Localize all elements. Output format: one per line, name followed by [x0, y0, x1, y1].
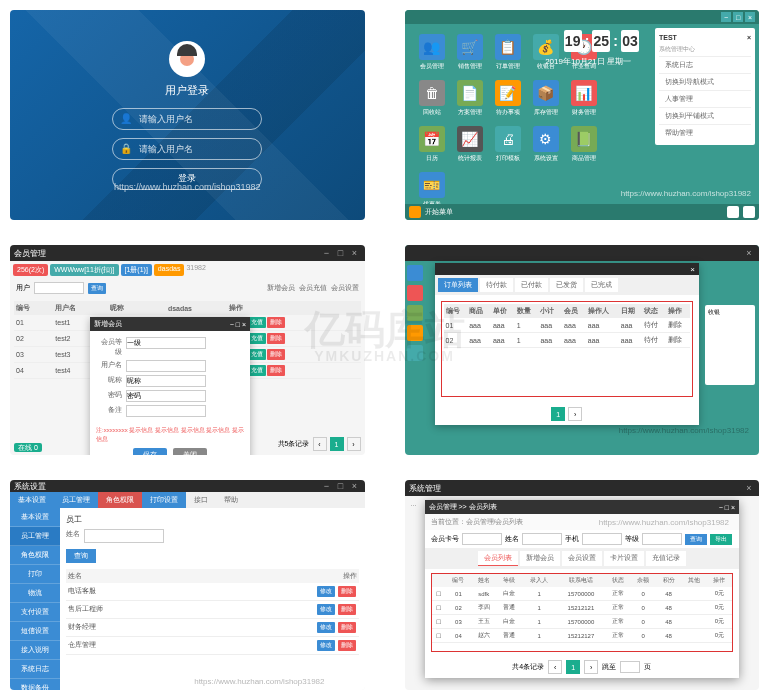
op-button[interactable]: 充值 — [248, 333, 266, 344]
sidebar-item[interactable]: 支付设置 — [10, 603, 60, 622]
maximize-icon[interactable]: □ — [335, 247, 347, 259]
tab[interactable]: 会员列表 — [478, 551, 518, 566]
desktop-tile[interactable]: 📝待办事项 — [493, 80, 523, 120]
name-input[interactable] — [84, 529, 164, 543]
login-button[interactable]: 登录 — [112, 168, 262, 190]
op-button[interactable]: 删除 — [267, 317, 285, 328]
op-button[interactable]: 删除 — [267, 365, 285, 376]
sidebar-icon[interactable] — [407, 325, 423, 341]
desktop-tile[interactable]: 📅日历 — [417, 126, 447, 166]
export-button[interactable]: 导出 — [710, 534, 732, 545]
sidebar-icon[interactable] — [407, 305, 423, 321]
tab[interactable]: 基本设置 — [10, 492, 54, 508]
tag[interactable]: WWWww[11折(扣)] — [50, 264, 118, 276]
tag[interactable]: dasdas — [154, 264, 185, 276]
tab[interactable]: 已完成 — [585, 278, 618, 292]
search-input[interactable] — [34, 282, 84, 294]
search-button[interactable]: 查询 — [88, 283, 106, 294]
maximize-icon[interactable]: □ — [733, 12, 743, 22]
close-icon[interactable]: × — [743, 247, 755, 259]
op-button[interactable]: 修改 — [317, 622, 335, 633]
minimize-icon[interactable]: − — [721, 12, 731, 22]
desktop-tile[interactable]: 📗商品管理 — [569, 126, 599, 166]
op-button[interactable]: 删除 — [267, 349, 285, 360]
desktop-tile[interactable]: 👥会员管理 — [417, 34, 447, 74]
password-input[interactable] — [112, 138, 262, 160]
filter-input[interactable] — [582, 533, 622, 545]
cancel-button[interactable]: 关闭 — [173, 448, 207, 455]
sidebar-icon[interactable] — [407, 285, 423, 301]
sidebar-item[interactable]: 系统日志 — [10, 660, 60, 679]
dialog-input[interactable] — [126, 375, 206, 387]
sidebar-icon[interactable] — [407, 345, 423, 361]
popup-item[interactable]: 帮助管理 — [659, 124, 751, 141]
tray-icon[interactable] — [727, 206, 739, 218]
tab[interactable]: 帮助 — [216, 492, 246, 508]
op-button[interactable]: 充值 — [248, 349, 266, 360]
maximize-icon[interactable]: □ — [335, 480, 347, 492]
op-button[interactable]: 删除 — [338, 622, 356, 633]
search-button[interactable]: 查询 — [685, 534, 707, 545]
sidebar-item[interactable]: 数据备份 — [10, 679, 60, 690]
sidebar-item[interactable]: 员工管理 — [10, 527, 60, 546]
filter-input[interactable] — [522, 533, 562, 545]
tab[interactable]: 待付款 — [480, 278, 513, 292]
desktop-tile[interactable]: 🗑回收站 — [417, 80, 447, 120]
dialog-input[interactable] — [126, 405, 206, 417]
op-button[interactable]: 删除 — [338, 640, 356, 651]
sidebar-item[interactable]: 基本设置 — [10, 508, 60, 527]
op-button[interactable]: 充值 — [248, 317, 266, 328]
minimize-icon[interactable]: − — [321, 480, 333, 492]
close-icon[interactable]: − □ × — [719, 504, 735, 511]
sidebar-item[interactable]: 短信设置 — [10, 622, 60, 641]
pager-next[interactable]: › — [347, 437, 361, 451]
save-button[interactable]: 保存 — [133, 448, 167, 455]
popup-item[interactable]: 人事管理 — [659, 90, 751, 107]
desktop-tile[interactable]: ⚙系统设置 — [531, 126, 561, 166]
tab[interactable]: 订单列表 — [438, 278, 478, 292]
sidebar-icon[interactable] — [407, 265, 423, 281]
desktop-tile[interactable]: 📄方案管理 — [455, 80, 485, 120]
close-icon[interactable]: × — [690, 265, 695, 274]
search-button[interactable]: 查询 — [66, 549, 96, 563]
tab[interactable]: 充值记录 — [646, 551, 686, 566]
op-button[interactable]: 充值 — [248, 365, 266, 376]
tab[interactable]: 打印设置 — [142, 492, 186, 508]
close-icon[interactable]: × — [747, 34, 751, 41]
op-button[interactable]: 删除 — [338, 604, 356, 615]
desktop-tile[interactable]: 💰收银台 — [531, 34, 561, 74]
tab[interactable]: 已发货 — [550, 278, 583, 292]
op-button[interactable]: 删除 — [338, 586, 356, 597]
desktop-tile[interactable]: 📊财务管理 — [569, 80, 599, 120]
op-button[interactable]: 修改 — [317, 640, 335, 651]
popup-item[interactable]: 切换到平铺模式 — [659, 107, 751, 124]
close-icon[interactable]: − □ × — [230, 321, 246, 328]
tab[interactable]: 会员设置 — [562, 551, 602, 566]
popup-item[interactable]: 切换到导航模式 — [659, 73, 751, 90]
username-input[interactable] — [112, 108, 262, 130]
sidebar-item[interactable]: 角色权限 — [10, 546, 60, 565]
minimize-icon[interactable]: − — [321, 247, 333, 259]
filter-input[interactable] — [642, 533, 682, 545]
popup-item[interactable]: 系统日志 — [659, 56, 751, 73]
dialog-input[interactable] — [126, 360, 206, 372]
tab[interactable]: 接口 — [186, 492, 216, 508]
tab[interactable]: 角色权限 — [98, 492, 142, 508]
desktop-tile[interactable]: 🖨打印模板 — [493, 126, 523, 166]
dialog-input[interactable] — [126, 390, 206, 402]
desktop-tile[interactable]: 📋订单管理 — [493, 34, 523, 74]
close-icon[interactable]: × — [349, 247, 361, 259]
sidebar-item[interactable]: 打印 — [10, 565, 60, 584]
desktop-tile[interactable]: 📦库存管理 — [531, 80, 561, 120]
tab[interactable]: 员工管理 — [54, 492, 98, 508]
desktop-tile[interactable]: 📈统计报表 — [455, 126, 485, 166]
pager-prev[interactable]: ‹ — [313, 437, 327, 451]
tab[interactable]: 已付款 — [515, 278, 548, 292]
sidebar-item[interactable]: 接入说明 — [10, 641, 60, 660]
op-button[interactable]: 修改 — [317, 604, 335, 615]
tab[interactable]: 卡片设置 — [604, 551, 644, 566]
filter-input[interactable] — [462, 533, 502, 545]
close-icon[interactable]: × — [743, 482, 755, 494]
tray-icon[interactable] — [743, 206, 755, 218]
tab[interactable]: 新增会员 — [520, 551, 560, 566]
